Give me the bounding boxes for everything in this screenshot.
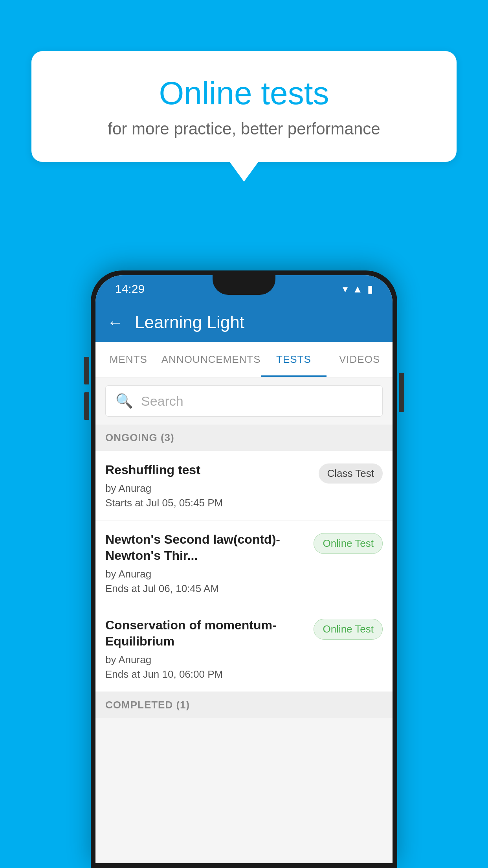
ongoing-section-header: ONGOING (3) bbox=[95, 425, 393, 451]
wifi-icon: ▾ bbox=[343, 283, 348, 295]
phone-screen: 14:29 ▾ ▲ ▮ ← Learning Light MENTS ANNOU… bbox=[95, 275, 393, 863]
battery-icon: ▮ bbox=[367, 283, 373, 295]
test-time: Starts at Jul 05, 05:45 PM bbox=[105, 497, 311, 509]
test-author: by Anurag bbox=[105, 568, 306, 580]
tabs-bar: MENTS ANNOUNCEMENTS TESTS VIDEOS bbox=[95, 342, 393, 377]
test-item[interactable]: Newton's Second law(contd)-Newton's Thir… bbox=[95, 520, 393, 606]
status-time: 14:29 bbox=[115, 282, 145, 296]
test-name: Reshuffling test bbox=[105, 462, 311, 478]
app-title: Learning Light bbox=[135, 313, 244, 332]
status-icons: ▾ ▲ ▮ bbox=[343, 283, 373, 295]
test-author: by Anurag bbox=[105, 482, 311, 495]
power-button bbox=[399, 373, 404, 412]
ongoing-label: ONGOING (3) bbox=[105, 432, 174, 443]
phone-notch bbox=[213, 275, 275, 295]
bubble-subtitle: for more practice, better performance bbox=[63, 120, 425, 138]
test-info: Newton's Second law(contd)-Newton's Thir… bbox=[105, 531, 306, 595]
test-time: Ends at Jul 06, 10:45 AM bbox=[105, 583, 306, 595]
back-button[interactable]: ← bbox=[107, 314, 123, 331]
search-container: 🔍 Search bbox=[95, 377, 393, 425]
test-name: Conservation of momentum-Equilibrium bbox=[105, 617, 306, 650]
volume-up-button bbox=[84, 357, 89, 384]
phone-frame: 14:29 ▾ ▲ ▮ ← Learning Light MENTS ANNOU… bbox=[91, 270, 397, 868]
test-badge-online: Online Test bbox=[314, 533, 383, 554]
test-author: by Anurag bbox=[105, 654, 306, 666]
speech-bubble-container: Online tests for more practice, better p… bbox=[31, 51, 457, 162]
test-badge-online-2: Online Test bbox=[314, 619, 383, 640]
test-name: Newton's Second law(contd)-Newton's Thir… bbox=[105, 531, 306, 564]
tab-announcements[interactable]: ANNOUNCEMENTS bbox=[161, 342, 261, 377]
test-info: Conservation of momentum-Equilibrium by … bbox=[105, 617, 306, 680]
tab-videos[interactable]: VIDEOS bbox=[327, 342, 393, 377]
completed-section-header: COMPLETED (1) bbox=[95, 692, 393, 718]
tab-ments[interactable]: MENTS bbox=[95, 342, 161, 377]
search-icon: 🔍 bbox=[116, 393, 133, 409]
test-time: Ends at Jun 10, 06:00 PM bbox=[105, 668, 306, 680]
search-placeholder: Search bbox=[141, 394, 183, 409]
test-badge-class: Class Test bbox=[319, 463, 383, 484]
search-box[interactable]: 🔍 Search bbox=[105, 385, 383, 417]
bubble-title: Online tests bbox=[63, 75, 425, 112]
test-info: Reshuffling test by Anurag Starts at Jul… bbox=[105, 462, 311, 509]
signal-icon: ▲ bbox=[352, 283, 363, 295]
test-item[interactable]: Reshuffling test by Anurag Starts at Jul… bbox=[95, 451, 393, 520]
app-bar: ← Learning Light bbox=[95, 303, 393, 342]
test-item[interactable]: Conservation of momentum-Equilibrium by … bbox=[95, 606, 393, 692]
speech-bubble: Online tests for more practice, better p… bbox=[31, 51, 457, 162]
volume-down-button bbox=[84, 392, 89, 420]
completed-label: COMPLETED (1) bbox=[105, 699, 190, 711]
tab-tests[interactable]: TESTS bbox=[261, 342, 327, 377]
test-list: Reshuffling test by Anurag Starts at Jul… bbox=[95, 451, 393, 692]
